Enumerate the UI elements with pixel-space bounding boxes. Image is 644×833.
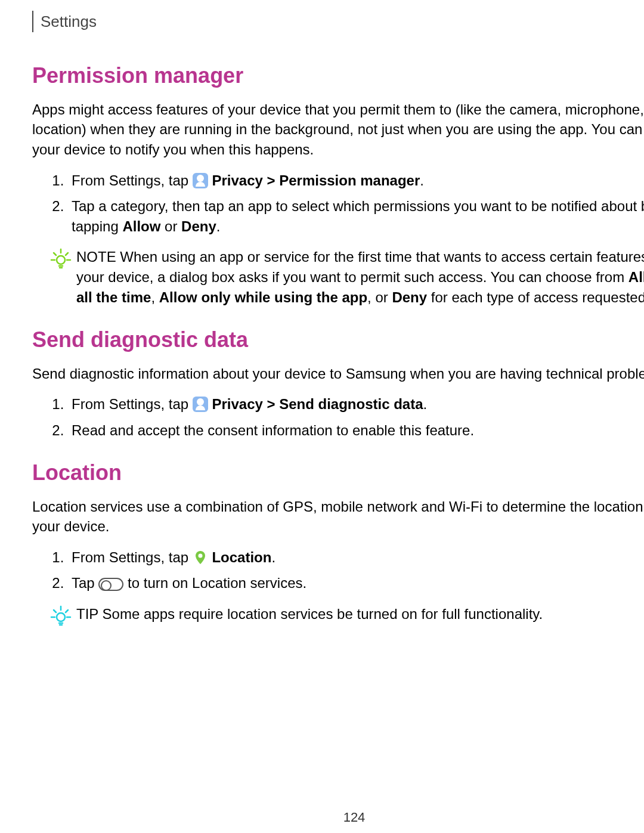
privacy-icon: [193, 397, 208, 412]
step-2: Read and accept the consent information …: [68, 420, 644, 441]
svg-line-3: [66, 253, 68, 255]
page-number: 124: [32, 809, 644, 827]
step-1: From Settings, tap Privacy > Permission …: [68, 171, 644, 191]
tip-text: TIP Some apps require location services …: [76, 604, 644, 624]
svg-line-2: [54, 253, 56, 255]
page-header: Settings: [32, 11, 644, 32]
steps-permission-manager: From Settings, tap Privacy > Permission …: [32, 171, 644, 237]
svg-point-0: [57, 256, 65, 264]
tip-callout: TIP Some apps require location services …: [32, 604, 644, 632]
intro-permission-manager: Apps might access features of your devic…: [32, 100, 644, 160]
note-callout: NOTE When using an app or service for th…: [32, 247, 644, 307]
steps-send-diagnostic: From Settings, tap Privacy > Send diagno…: [32, 394, 644, 440]
heading-permission-manager: Permission manager: [32, 61, 644, 91]
step-1: From Settings, tap Privacy > Send diagno…: [68, 394, 644, 414]
svg-line-11: [54, 610, 56, 612]
svg-point-9: [57, 613, 65, 621]
svg-point-8: [198, 553, 202, 558]
lightbulb-icon: [50, 248, 72, 275]
location-pin-icon: [193, 550, 208, 565]
toggle-icon: [98, 578, 123, 591]
step-2: Tap to turn on Location services.: [68, 573, 644, 593]
step-1: From Settings, tap Location.: [68, 547, 644, 568]
step-2: Tap a category, then tap an app to selec…: [68, 196, 644, 236]
svg-line-12: [66, 610, 68, 612]
heading-send-diagnostic: Send diagnostic data: [32, 325, 644, 355]
intro-send-diagnostic: Send diagnostic information about your d…: [32, 364, 644, 384]
lightbulb-icon: [50, 605, 72, 632]
note-text: NOTE When using an app or service for th…: [76, 247, 644, 307]
heading-location: Location: [32, 458, 644, 488]
intro-location: Location services use a combination of G…: [32, 497, 644, 537]
steps-location: From Settings, tap Location. Tap to turn…: [32, 547, 644, 593]
privacy-icon: [193, 173, 208, 188]
